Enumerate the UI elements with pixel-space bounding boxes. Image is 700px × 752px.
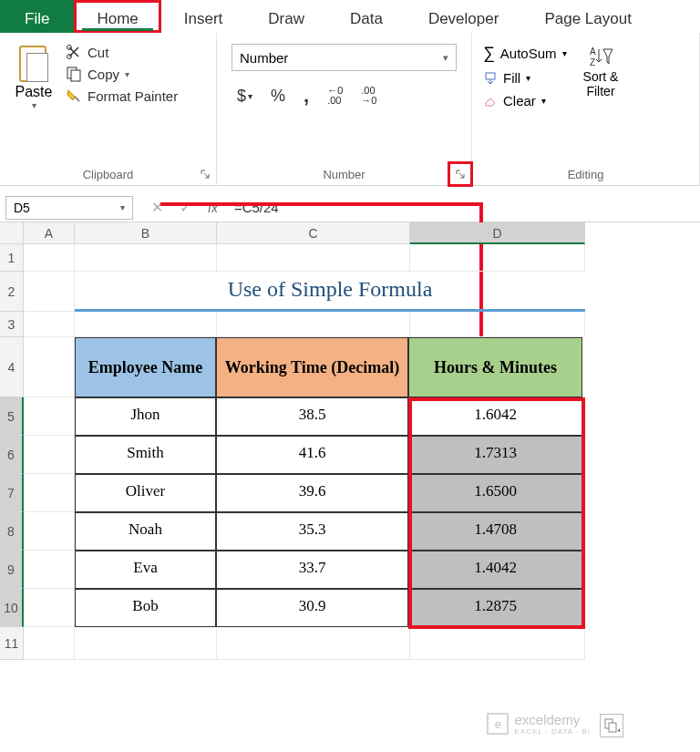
chevron-down-icon: ▾ [125, 69, 129, 79]
watermark-brand: exceldemy [514, 712, 591, 727]
tab-insert[interactable]: Insert [161, 0, 246, 33]
col-header-d[interactable]: D [410, 222, 585, 244]
paste-icon [15, 40, 52, 84]
chevron-down-icon: ▾ [526, 73, 530, 83]
cell-d8[interactable]: 1.4708 [408, 512, 582, 551]
funnel-icon: AZ [588, 44, 613, 69]
row-header-3[interactable]: 3 [0, 312, 24, 337]
sort-filter-label2: Filter [586, 84, 614, 98]
scissors-icon [66, 44, 82, 60]
copy-label: Copy [88, 67, 119, 82]
cut-button[interactable]: Cut [66, 44, 178, 60]
tab-draw[interactable]: Draw [245, 0, 327, 33]
tab-file[interactable]: File [0, 0, 74, 33]
worksheet-grid[interactable]: A B C D 1 2 Use of Simple Formula 3 4 Em… [0, 222, 700, 660]
row-header-4[interactable]: 4 [0, 337, 24, 397]
fill-button[interactable]: Fill ▾ [483, 70, 567, 86]
fx-icon[interactable]: fx [208, 201, 218, 215]
ribbon-tabs: File Home Insert Draw Data Developer Pag… [0, 0, 700, 33]
cell-d7[interactable]: 1.6500 [408, 474, 582, 512]
cell-c7[interactable]: 39.6 [216, 474, 408, 512]
svg-text:Z: Z [590, 57, 595, 67]
row-header-6[interactable]: 6 [0, 436, 24, 474]
cell-c10[interactable]: 30.9 [216, 589, 408, 627]
brush-icon [66, 88, 82, 104]
th-hours-minutes: Hours & Minutes [408, 337, 582, 397]
cell-b7[interactable]: Oliver [75, 474, 216, 512]
cell-c8[interactable]: 35.3 [216, 512, 408, 551]
cell-c6[interactable]: 41.6 [216, 436, 408, 474]
eraser-icon [483, 94, 498, 108]
title-cell: Use of Simple Formula [75, 272, 585, 312]
enter-icon[interactable]: ✓ [180, 199, 191, 216]
clipboard-launcher-icon[interactable] [200, 169, 211, 180]
row-header-9[interactable]: 9 [0, 551, 24, 589]
watermark-tagline: EXCEL · DATA · BI [514, 727, 591, 736]
format-painter-label: Format Painter [88, 88, 178, 104]
paste-options-button[interactable]: + [600, 714, 623, 737]
chevron-down-icon: ▾ [443, 52, 448, 64]
increase-decimal-button[interactable]: ←0.00 [322, 82, 348, 109]
svg-rect-4 [486, 73, 495, 79]
cell-b10[interactable]: Bob [75, 589, 216, 627]
cancel-icon[interactable]: ✕ [151, 199, 163, 216]
row-header-8[interactable]: 8 [0, 512, 24, 551]
percent-format-button[interactable]: % [265, 83, 291, 109]
tab-data[interactable]: Data [327, 0, 406, 33]
row-header-7[interactable]: 7 [0, 474, 24, 512]
svg-text:+: + [617, 726, 620, 734]
row-header-2[interactable]: 2 [0, 272, 24, 312]
cell-c5[interactable]: 38.5 [216, 397, 408, 436]
row-header-5[interactable]: 5 [0, 397, 24, 436]
cell-d10[interactable]: 1.2875 [408, 589, 582, 627]
sort-filter-label1: Sort & [583, 69, 619, 84]
cell-b6[interactable]: Smith [75, 436, 216, 474]
select-all-corner[interactable] [0, 222, 24, 244]
number-format-value: Number [240, 50, 288, 66]
row-header-1[interactable]: 1 [0, 244, 24, 272]
number-group: Number ▾ $ ▾ % , ←0.00 .00→0 Number [217, 33, 472, 185]
autosum-label: AutoSum [500, 46, 557, 61]
row-header-10[interactable]: 10 [0, 589, 24, 627]
editing-group-label: Editing [481, 162, 690, 181]
fill-label: Fill [503, 70, 520, 86]
cell-c9[interactable]: 33.7 [216, 551, 408, 589]
number-format-dropdown[interactable]: Number ▾ [232, 44, 457, 71]
formula-text[interactable]: =C5/24 [234, 200, 279, 215]
cell-d5[interactable]: 1.6042 [408, 397, 582, 436]
cut-label: Cut [88, 45, 108, 60]
name-box[interactable]: D5 ▾ [5, 196, 133, 220]
col-header-b[interactable]: B [75, 222, 217, 244]
col-header-a[interactable]: A [24, 222, 75, 244]
clear-label: Clear [503, 93, 536, 108]
cell-d6[interactable]: 1.7313 [408, 436, 582, 474]
clear-button[interactable]: Clear ▾ [483, 93, 567, 108]
cell-b9[interactable]: Eva [75, 551, 216, 589]
decrease-decimal-button[interactable]: .00→0 [355, 82, 382, 109]
tab-developer[interactable]: Developer [406, 0, 522, 33]
col-header-c[interactable]: C [217, 222, 410, 244]
autosum-button[interactable]: ∑ AutoSum ▾ [483, 44, 567, 63]
watermark-icon: e [487, 713, 509, 735]
tab-page-layout[interactable]: Page Layout [521, 0, 654, 33]
copy-button[interactable]: Copy ▾ [66, 66, 178, 82]
cell-b5[interactable]: Jhon [75, 397, 216, 436]
cell-b8[interactable]: Noah [75, 512, 216, 551]
accounting-format-button[interactable]: $ ▾ [232, 83, 258, 109]
paste-button[interactable]: Paste ▾ [9, 40, 58, 110]
comma-format-button[interactable]: , [298, 80, 314, 111]
sort-filter-button[interactable]: AZ Sort & Filter [583, 44, 619, 108]
svg-text:A: A [590, 46, 596, 57]
chevron-down-icon: ▾ [120, 202, 125, 212]
cell-d9[interactable]: 1.4042 [408, 551, 582, 589]
chevron-down-icon: ▾ [541, 96, 546, 106]
watermark: e exceldemy EXCEL · DATA · BI [487, 712, 591, 736]
tab-home[interactable]: Home [74, 0, 160, 33]
launcher-highlight [448, 161, 473, 187]
row-header-11[interactable]: 11 [0, 627, 24, 660]
chevron-down-icon: ▾ [562, 48, 567, 58]
ribbon: Paste ▾ Cut Copy ▾ [0, 33, 700, 186]
format-painter-button[interactable]: Format Painter [66, 88, 178, 104]
sigma-icon: ∑ [483, 44, 495, 63]
paste-label: Paste [15, 84, 53, 100]
